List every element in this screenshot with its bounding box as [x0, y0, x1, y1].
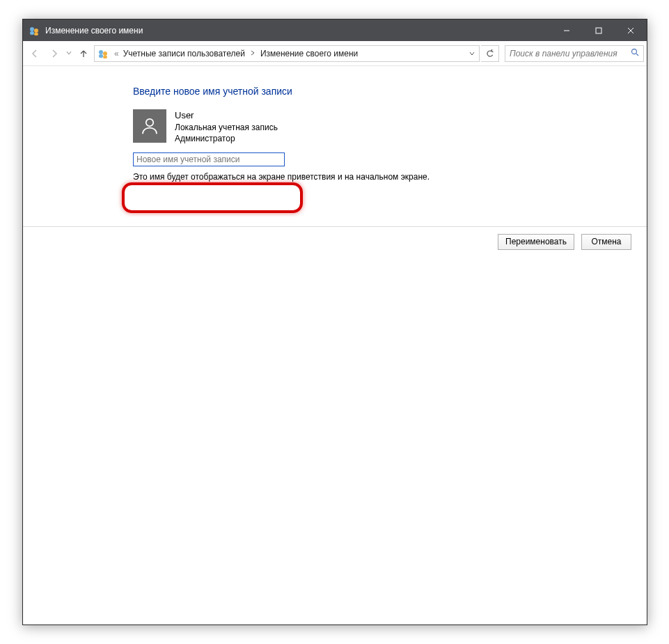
button-bar: Переименовать Отмена [23, 226, 647, 257]
search-placeholder: Поиск в панели управления [510, 49, 617, 58]
svg-rect-10 [99, 54, 103, 58]
svg-rect-2 [30, 31, 34, 35]
svg-point-0 [30, 27, 34, 31]
up-button[interactable] [74, 45, 93, 63]
new-account-name-input[interactable] [133, 152, 285, 166]
address-dropdown-icon[interactable] [464, 51, 479, 56]
window-title: Изменение своего имени [45, 26, 143, 36]
chevron-right-icon[interactable] [249, 49, 256, 57]
refresh-button[interactable] [481, 45, 499, 62]
title-bar: Изменение своего имени [23, 19, 647, 41]
rename-button[interactable]: Переименовать [498, 234, 574, 250]
avatar [133, 109, 166, 143]
svg-rect-5 [596, 28, 601, 33]
minimize-button[interactable] [551, 19, 583, 41]
breadcrumb-icon [97, 48, 109, 59]
user-account-type: Локальная учетная запись [175, 122, 278, 133]
svg-point-9 [103, 52, 107, 56]
page-heading: Введите новое имя учетной записи [133, 86, 647, 97]
back-button[interactable] [26, 45, 44, 63]
svg-rect-3 [34, 33, 38, 36]
search-input[interactable]: Поиск в панели управления [505, 45, 644, 62]
svg-point-12 [632, 49, 637, 54]
user-role: Администратор [175, 133, 278, 144]
forward-button[interactable] [45, 45, 63, 63]
svg-line-13 [636, 54, 638, 56]
cancel-button[interactable]: Отмена [581, 234, 631, 250]
svg-point-14 [146, 119, 154, 127]
breadcrumb-item[interactable]: Изменение своего имени [260, 49, 358, 58]
breadcrumb-item[interactable]: Учетные записи пользователей [123, 49, 245, 58]
svg-rect-11 [103, 56, 107, 58]
search-icon [631, 48, 639, 58]
user-name: User [175, 109, 278, 122]
recent-locations-dropdown[interactable] [66, 49, 72, 57]
address-bar[interactable]: « Учетные записи пользователей Изменение… [94, 45, 480, 62]
annotation-highlight [122, 182, 303, 213]
navigation-bar: « Учетные записи пользователей Изменение… [23, 41, 647, 66]
hint-text: Это имя будет отображаться на экране при… [133, 172, 647, 182]
close-button[interactable] [615, 19, 647, 41]
user-details: User Локальная учетная запись Администра… [175, 109, 278, 144]
user-info-block: User Локальная учетная запись Администра… [133, 109, 647, 144]
svg-point-8 [99, 50, 103, 54]
svg-point-1 [34, 29, 38, 33]
maximize-button[interactable] [583, 19, 615, 41]
control-panel-window: Изменение своего имени « [22, 19, 647, 625]
user-accounts-icon [29, 25, 40, 36]
breadcrumb-prefix: « [114, 49, 119, 58]
content-area: Введите новое имя учетной записи User Ло… [23, 66, 647, 625]
